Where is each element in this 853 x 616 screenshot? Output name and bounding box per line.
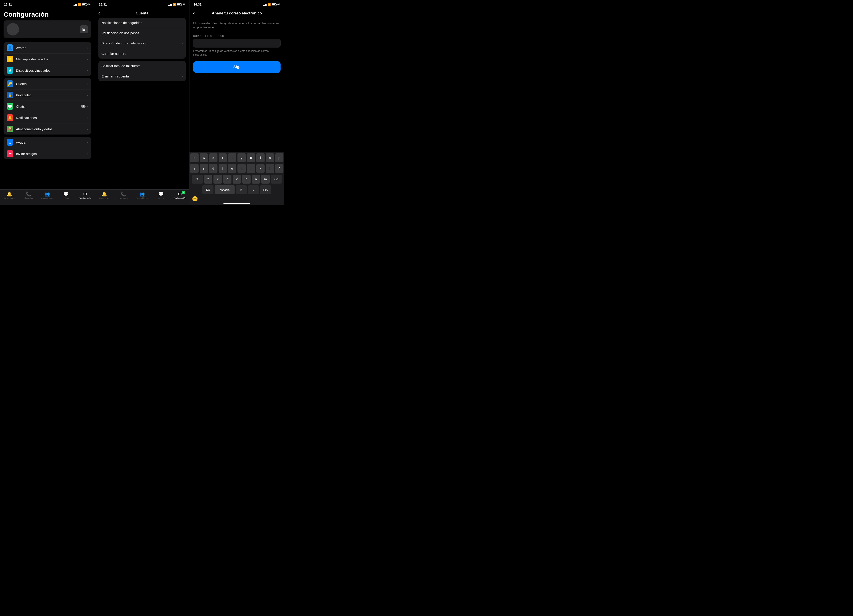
keyboard-emoji-row: 😊 [190,195,284,202]
key-z[interactable]: z [204,175,212,183]
key-q[interactable]: q [190,153,198,162]
key-l[interactable]: l [266,164,274,173]
tab-config-1[interactable]: ⚙ Configuración [76,191,95,199]
settings-row-devices[interactable]: 🖥 Dispositivos vinculados › [3,65,91,76]
back-button-2[interactable]: ‹ [99,11,100,16]
llamadas-label-1: Llamadas [24,197,33,199]
key-u[interactable]: u [247,153,255,162]
chats-tab-label-2: Chats [158,197,164,199]
novedades-label-1: Novedades [5,197,15,199]
space-key[interactable]: espacio [215,185,235,194]
key-b[interactable]: b [242,175,250,183]
key-c[interactable]: c [223,175,231,183]
battery-label-1: 68 [88,3,90,6]
key-enye[interactable]: ñ [275,164,284,173]
tab-comunidades-1[interactable]: 👥 Comunidades [38,191,57,199]
key-m[interactable]: m [261,175,270,183]
settings-row-starred[interactable]: ⭐ Mensajes destacados › [3,53,91,65]
key-d[interactable]: d [209,164,217,173]
tab-chats-2[interactable]: 💬 Chats [152,191,170,199]
notifications-label: Notificaciones [16,116,87,120]
account-row-request-info[interactable]: Solicitar info. de mi cuenta › [99,61,186,71]
tab-comunidades-2[interactable]: 👥 Comunidades [133,191,152,199]
key-k[interactable]: k [257,164,264,173]
account-row-email[interactable]: Dirección de correo electrónico › [99,38,186,48]
wifi-icon-2: 📶 [173,3,176,6]
tab-novedades-1[interactable]: 🔔 Novedades [0,191,19,199]
key-p[interactable]: p [275,153,284,162]
settings-row-chats[interactable]: 💬 Chats 1 › [3,101,91,112]
status-bar-2: 16:31 📶 68 [95,0,190,8]
chats-tab-label-1: Chats [64,197,69,199]
keyboard-row-1: q w e r t y u i o p [190,153,284,162]
tab-config-2[interactable]: 1 ⚙ Configuración [170,191,189,199]
email-input-container[interactable] [193,39,281,47]
key-dot[interactable]: . [248,185,259,194]
profile-row[interactable]: ⊞ [3,20,91,38]
request-info-label: Solicitar info. de mi cuenta [102,64,182,68]
tab-llamadas-1[interactable]: 📞 Llamadas [19,191,38,199]
shift-key[interactable]: ⇧ [192,175,203,183]
chevron-icon: › [87,94,88,97]
key-a[interactable]: a [190,164,198,173]
settings-row-account[interactable]: 🔑 Cuenta › [3,78,91,89]
key-j[interactable]: j [247,164,255,173]
account-row-2step[interactable]: Verificación en dos pasos › [99,28,186,38]
key-i[interactable]: i [257,153,264,162]
battery-icon-1 [82,3,87,6]
key-v[interactable]: v [232,175,241,183]
chevron-icon: › [87,82,88,85]
account-row-security-notif[interactable]: Notificaciones de seguridad › [99,18,186,28]
starred-icon: ⭐ [7,56,13,62]
account-row-change-number[interactable]: Cambiar número › [99,48,186,59]
key-123[interactable]: 123 [202,185,214,194]
devices-label: Dispositivos vinculados [16,69,87,73]
key-h[interactable]: h [237,164,246,173]
key-r[interactable]: r [219,153,227,162]
tab-novedades-2[interactable]: 🔔 Novedades [95,191,114,199]
nav-title-2: Cuenta [136,11,149,15]
settings-row-privacy[interactable]: 🔒 Privacidad › [3,89,91,101]
nav-account: ‹ Cuenta [95,8,190,18]
key-t[interactable]: t [228,153,236,162]
settings-row-avatar[interactable]: 👤 Avatar › [3,42,91,53]
keyboard-row-4: 123 espacio @ . intro [190,185,284,194]
tab-bar-1: 🔔 Novedades 📞 Llamadas 👥 Comunidades 💬 C… [0,189,95,205]
account-row-delete[interactable]: Eliminar mi cuenta › [99,71,186,81]
wifi-icon-1: 📶 [78,3,81,6]
account-icon: 🔑 [7,80,13,87]
key-w[interactable]: w [200,153,208,162]
backspace-key[interactable]: ⌫ [271,175,282,183]
panel-add-email: 16:31 📶 68 ‹ Añade tu correo electrónico… [190,0,284,205]
wifi-icon-3: 📶 [267,3,271,6]
key-intro[interactable]: intro [260,185,271,194]
settings-row-help[interactable]: ℹ Ayuda › [3,137,91,148]
email-input[interactable] [196,41,278,45]
key-n[interactable]: n [252,175,260,183]
storage-icon: 📦 [7,126,13,132]
battery-label-3: 68 [278,3,280,6]
key-x[interactable]: x [214,175,222,183]
key-f[interactable]: f [219,164,227,173]
settings-row-invite[interactable]: ❤ Invitar amigos › [3,148,91,159]
key-g[interactable]: g [228,164,236,173]
qr-button[interactable]: ⊞ [80,25,88,33]
add-email-content: El correo electrónico te ayuda a acceder… [190,18,284,152]
key-at[interactable]: @ [236,185,247,194]
chevron-icon: › [87,105,88,108]
key-s[interactable]: s [200,164,208,173]
key-o[interactable]: o [266,153,274,162]
settings-row-notifications[interactable]: 🔔 Notificaciones › [3,112,91,123]
key-e[interactable]: e [209,153,217,162]
key-y[interactable]: y [237,153,246,162]
emoji-button[interactable]: 😊 [192,196,198,202]
chats-tab-icon-1: 💬 [63,191,69,197]
settings-row-storage[interactable]: 📦 Almacenamiento y datos › [3,123,91,135]
next-button[interactable]: Sig. [193,61,281,73]
time-2: 16:31 [99,3,107,6]
back-button-3[interactable]: ‹ [193,11,194,16]
tab-chats-1[interactable]: 💬 Chats [57,191,76,199]
tab-llamadas-2[interactable]: 📞 Llamadas [114,191,133,199]
chats-tab-icon-2: 💬 [158,191,164,197]
change-number-label: Cambiar número [102,52,182,56]
